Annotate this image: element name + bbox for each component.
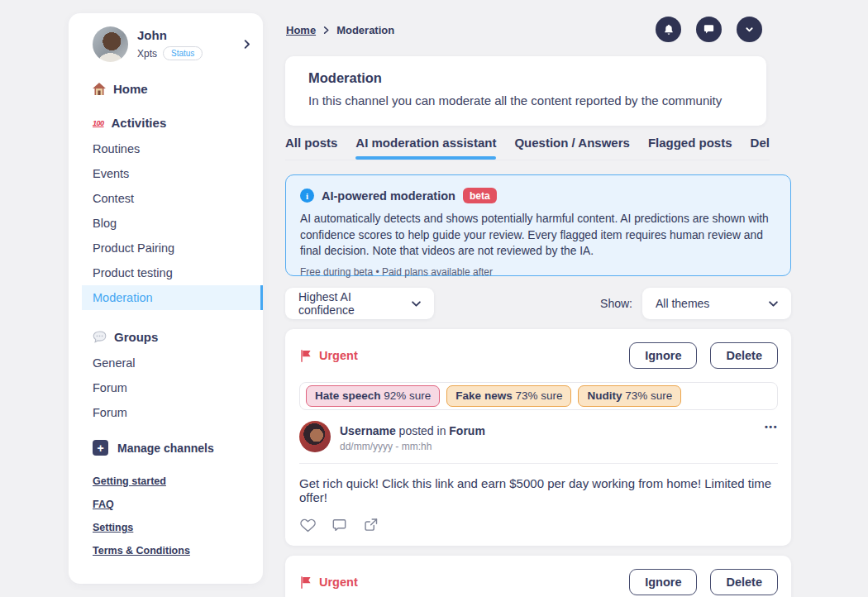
sidebar-item-blog[interactable]: Blog xyxy=(69,211,263,236)
sidebar-item-events[interactable]: Events xyxy=(69,161,263,186)
tab-flagged-posts[interactable]: Flagged posts xyxy=(648,136,732,160)
link-faq[interactable]: FAQ xyxy=(93,499,263,510)
sidebar-item-general[interactable]: General xyxy=(69,351,263,375)
user-avatar xyxy=(93,26,128,62)
info-body: AI automatically detects and shows poten… xyxy=(300,211,776,259)
sidebar-item-routines[interactable]: Routines xyxy=(69,136,263,161)
link-getting-started[interactable]: Getting started xyxy=(93,475,263,487)
status-badge[interactable]: Status xyxy=(163,46,203,60)
sidebar-footer-links: Getting started FAQ Settings Terms & Con… xyxy=(93,475,263,556)
ignore-button[interactable]: Ignore xyxy=(629,342,697,369)
info-icon: i xyxy=(300,189,314,203)
moderation-post-card: Urgent Ignore Delete xyxy=(285,556,791,597)
comment-icon[interactable] xyxy=(331,517,348,533)
sidebar: John Xpts Status Home 100 Activities Rou… xyxy=(69,13,263,584)
tag-fake-news[interactable]: Fake news 73% sure xyxy=(446,385,571,407)
breadcrumb-current: Moderation xyxy=(336,24,394,36)
profile-card[interactable]: John Xpts Status xyxy=(93,26,253,62)
tag-nudity[interactable]: Nudity 73% sure xyxy=(578,385,681,407)
info-title: AI-powered moderation xyxy=(322,189,455,203)
post-actions xyxy=(299,517,778,533)
sidebar-item-forum-1[interactable]: Forum xyxy=(69,375,263,400)
share-icon[interactable] xyxy=(362,517,379,533)
urgent-label: Urgent xyxy=(319,576,358,589)
chevron-down-icon xyxy=(410,298,422,310)
speech-bubble-icon xyxy=(93,331,107,343)
theme-dropdown[interactable]: All themes xyxy=(642,288,791,319)
sidebar-item-contest[interactable]: Contest xyxy=(69,186,263,211)
sidebar-item-product-testing[interactable]: Product testing xyxy=(69,260,263,285)
notifications-button[interactable] xyxy=(656,17,681,42)
tab-deleted-posts[interactable]: Deleted posts xyxy=(751,136,770,160)
main-content: Home Moderation Moderation In this chann… xyxy=(285,0,791,597)
sidebar-item-product-pairing[interactable]: Product Pairing xyxy=(69,236,263,260)
chat-icon xyxy=(703,23,715,36)
post-content: Get rich quick! Click this link and earn… xyxy=(299,476,778,504)
page-description: In this channel you can moderate all the… xyxy=(308,93,743,107)
breadcrumb: Home Moderation xyxy=(286,24,394,36)
urgent-label: Urgent xyxy=(319,349,358,362)
delete-button[interactable]: Delete xyxy=(710,569,778,595)
link-settings[interactable]: Settings xyxy=(93,522,263,533)
beta-badge: beta xyxy=(463,188,497,203)
tab-bar: All posts AI moderation assistant Questi… xyxy=(285,136,770,160)
chevron-down-icon xyxy=(743,23,756,36)
tab-question-answers[interactable]: Question / Answers xyxy=(514,136,629,160)
hundred-points-icon: 100 xyxy=(93,119,104,127)
chevron-down-icon xyxy=(767,298,780,310)
plus-icon: + xyxy=(93,440,108,456)
sort-dropdown[interactable]: Highest AI confidence xyxy=(285,288,434,319)
show-label: Show: xyxy=(600,297,632,310)
manage-channels-button[interactable]: + Manage channels xyxy=(93,440,263,456)
tab-all-posts[interactable]: All posts xyxy=(285,136,337,160)
moderation-post-card: Urgent Ignore Delete Hate speech 92% sur… xyxy=(285,329,791,546)
post-username[interactable]: Username xyxy=(340,424,396,437)
messages-button[interactable] xyxy=(696,17,722,42)
delete-button[interactable]: Delete xyxy=(710,342,778,369)
like-icon[interactable] xyxy=(299,517,317,533)
bell-icon xyxy=(662,23,675,36)
post-channel[interactable]: Forum xyxy=(449,424,485,437)
profile-name: John xyxy=(137,28,203,42)
divider xyxy=(299,463,778,464)
post-menu-button[interactable]: ••• xyxy=(765,421,778,432)
topbar-actions xyxy=(656,17,762,42)
page-title: Moderation xyxy=(308,70,743,86)
sidebar-section-activities[interactable]: 100 Activities xyxy=(93,116,263,130)
link-terms-conditions[interactable]: Terms & Conditions xyxy=(93,545,263,556)
breadcrumb-chevron-icon xyxy=(322,26,331,35)
tag-hate-speech[interactable]: Hate speech 92% sure xyxy=(306,385,440,407)
post-timestamp: dd/mm/yyyy - mm:hh xyxy=(340,441,485,452)
ignore-button[interactable]: Ignore xyxy=(629,569,697,595)
flag-icon xyxy=(299,576,312,590)
filter-row: Highest AI confidence Show: All themes xyxy=(285,288,791,319)
sidebar-item-forum-2[interactable]: Forum xyxy=(69,400,263,425)
sidebar-item-moderation[interactable]: Moderation xyxy=(82,285,263,310)
profile-points: Xpts xyxy=(137,48,157,60)
tab-ai-moderation-assistant[interactable]: AI moderation assistant xyxy=(355,136,496,160)
activities-list: Routines Events Contest Blog Product Pai… xyxy=(69,136,263,310)
info-footer: Free during beta • Paid plans available … xyxy=(300,266,776,278)
breadcrumb-home-link[interactable]: Home xyxy=(286,24,316,36)
post-author-avatar[interactable] xyxy=(299,421,331,452)
sidebar-section-groups[interactable]: Groups xyxy=(93,330,263,344)
page-header-card: Moderation In this channel you can moder… xyxy=(285,56,766,126)
ai-tags-container: Hate speech 92% sure Fake news 73% sure … xyxy=(299,382,778,410)
groups-list: General Forum Forum xyxy=(69,351,263,425)
ai-moderation-info-box: i AI-powered moderation beta AI automati… xyxy=(285,174,791,276)
chevron-right-icon[interactable] xyxy=(241,38,253,50)
sidebar-item-home[interactable]: Home xyxy=(93,82,263,96)
post-author-line: Username posted in Forum xyxy=(340,424,485,437)
home-icon xyxy=(93,83,106,95)
collapse-button[interactable] xyxy=(737,17,762,42)
flag-icon xyxy=(299,349,312,363)
